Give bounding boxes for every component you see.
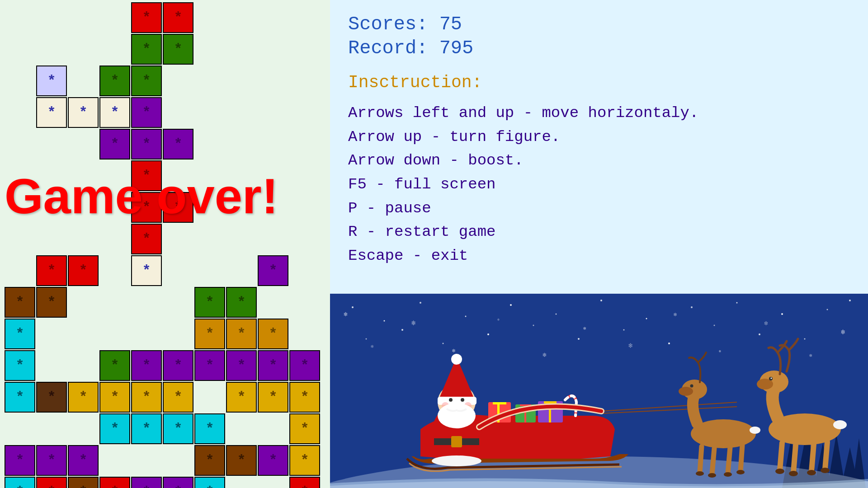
board-cell: * [289, 413, 320, 444]
board-cell: * [131, 413, 162, 444]
instruction-line: F5 - full screen [348, 173, 850, 197]
svg-text:❄: ❄ [841, 328, 845, 337]
board-cell: * [131, 477, 162, 488]
board-cell: * [68, 477, 99, 488]
svg-rect-58 [451, 436, 462, 447]
svg-point-6 [556, 314, 557, 315]
svg-point-65 [461, 398, 464, 402]
board-cell: * [5, 319, 35, 349]
svg-point-17 [487, 333, 489, 335]
instruction-title: Insctruction: [348, 73, 850, 92]
svg-point-5 [510, 304, 512, 306]
board-cell: * [5, 445, 35, 476]
board-cell: * [131, 66, 162, 96]
svg-line-75 [780, 443, 782, 470]
instruction-line: R - restart game [348, 220, 850, 244]
svg-point-7 [600, 300, 602, 301]
svg-point-8 [646, 318, 647, 319]
board-cell: * [226, 319, 257, 349]
board-cell: * [131, 129, 162, 160]
svg-point-15 [401, 329, 403, 331]
svg-text:❄: ❄ [452, 348, 455, 354]
svg-point-9 [691, 306, 693, 308]
svg-text:❄: ❄ [764, 320, 768, 327]
svg-text:❄: ❄ [497, 318, 500, 322]
board-cell: * [131, 2, 162, 33]
board-cell: * [163, 129, 193, 160]
board-cell: * [163, 350, 193, 381]
board-cell: * [194, 350, 225, 381]
svg-point-95 [736, 470, 745, 474]
board-cell: * [163, 2, 193, 33]
board-cell: * [226, 382, 257, 413]
board-cell: * [5, 477, 35, 488]
board-container: ****************************************… [0, 0, 330, 488]
instruction-line: Arrow down - boost. [348, 149, 850, 173]
svg-line-76 [793, 445, 796, 472]
board-cell: * [36, 255, 67, 286]
board-cell: * [258, 255, 288, 286]
svg-line-89 [712, 448, 714, 474]
board-cell: * [289, 445, 320, 476]
svg-point-87 [690, 385, 693, 388]
svg-point-63 [451, 354, 462, 365]
svg-point-96 [750, 427, 760, 434]
board-cell: * [258, 382, 288, 413]
board-cell: * [68, 255, 99, 286]
board-cell: * [68, 97, 99, 128]
board-cell: * [289, 350, 320, 381]
svg-text:❄: ❄ [674, 312, 677, 318]
board-cell: * [194, 445, 225, 476]
svg-point-94 [724, 472, 732, 477]
board-cell: * [226, 445, 257, 476]
svg-text:❄: ❄ [411, 319, 416, 328]
svg-point-11 [781, 313, 783, 315]
board-cell: * [68, 445, 99, 476]
svg-point-22 [714, 325, 715, 326]
board-cell: * [163, 382, 193, 413]
svg-point-19 [578, 338, 580, 340]
board-cell: * [131, 34, 162, 65]
board-cell: * [194, 287, 225, 318]
board-cell: * [36, 382, 67, 413]
svg-point-4 [465, 316, 467, 317]
board-cell: * [226, 287, 257, 318]
svg-point-64 [449, 398, 453, 402]
instruction-line: Arrow up - turn figure. [348, 125, 850, 149]
instruction-line: Arrows left and up - move horizontaly. [348, 101, 850, 125]
svg-point-82 [821, 468, 830, 473]
board-cell: * [163, 34, 193, 65]
board-cell: * [163, 413, 193, 444]
instructions-text: Arrows left and up - move horizontaly.Ar… [348, 101, 850, 268]
svg-point-59 [432, 455, 481, 466]
board-cell: * [99, 477, 130, 488]
board-cell: * [5, 382, 35, 413]
svg-point-1 [352, 306, 354, 308]
svg-point-12 [827, 309, 828, 310]
board-cell: * [258, 350, 288, 381]
board-cell: * [258, 319, 288, 349]
board-cell: * [5, 350, 35, 381]
board-cell: * [36, 477, 67, 488]
board-cell: * [5, 287, 35, 318]
svg-point-74 [771, 378, 772, 379]
svg-point-21 [668, 343, 670, 344]
board-cell: * [99, 413, 130, 444]
svg-point-2 [384, 320, 385, 322]
instruction-line: Escape - exit [348, 244, 850, 268]
svg-point-13 [849, 300, 851, 301]
svg-text:❄: ❄ [719, 349, 721, 353]
svg-text:❄: ❄ [809, 353, 812, 358]
svg-point-93 [708, 473, 716, 478]
svg-text:❄: ❄ [344, 311, 348, 318]
christmas-panel: ❄ ❄ ❄ ❄ ❄ ❄ ❄ ❄ ❄ ❄ ❄ ❄ ❄ [330, 294, 868, 488]
board-cell: * [36, 97, 67, 128]
board-cell: * [131, 255, 162, 286]
svg-point-10 [736, 302, 738, 304]
board-cell: * [194, 319, 225, 349]
board-cell: * [68, 382, 99, 413]
board-cell: * [99, 382, 130, 413]
game-board: ****************************************… [0, 0, 330, 488]
svg-line-90 [728, 447, 730, 473]
board-cell: * [99, 129, 130, 160]
